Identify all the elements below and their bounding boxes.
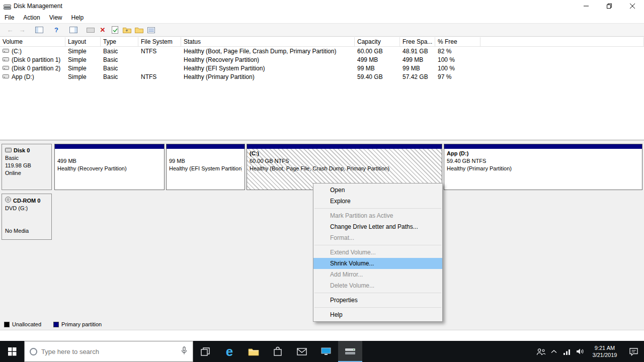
folder-icon[interactable] [133, 25, 145, 36]
volume-icon[interactable] [574, 341, 587, 362]
volume-type: Basic [101, 65, 138, 72]
volume-status: Healthy (Primary Partition) [181, 73, 355, 80]
back-icon[interactable]: ← [4, 25, 16, 36]
column-header-type[interactable]: Type [101, 37, 138, 46]
volume-layout: Simple [65, 56, 101, 63]
task-view-icon[interactable] [193, 341, 217, 362]
primary-partition-swatch [53, 322, 59, 327]
computer-icon[interactable] [314, 341, 338, 362]
clock-date: 3/21/2019 [587, 351, 623, 358]
window-title: Disk Management [14, 3, 62, 10]
partition-d[interactable]: App (D:) 59.40 GB NTFS Healthy (Primary … [444, 144, 642, 190]
titlebar[interactable]: Disk Management [0, 0, 644, 12]
disk-icon [5, 147, 12, 154]
volume-list-header: Volume Layout Type File System Status Ca… [0, 37, 644, 47]
menu-help[interactable]: Help [67, 13, 89, 23]
table-row[interactable]: (Disk 0 partition 2) Simple Basic Health… [0, 64, 644, 72]
action-center-icon[interactable] [623, 341, 644, 362]
start-button[interactable] [0, 341, 24, 362]
partition-size: 60.00 GB NTFS [250, 157, 439, 165]
delete-volume-icon[interactable]: ✕ [97, 25, 109, 36]
volume-list: Volume Layout Type File System Status Ca… [0, 37, 644, 140]
menu-view[interactable]: View [45, 13, 67, 23]
forward-icon[interactable]: → [16, 25, 28, 36]
column-header-free-space[interactable]: Free Spa... [400, 37, 435, 46]
cdrom-kind: DVD (G:) [5, 205, 48, 212]
table-row[interactable]: (C:) Simple Basic NTFS Healthy (Boot, Pa… [0, 47, 644, 55]
volume-fs: NTFS [138, 73, 181, 80]
edge-icon[interactable]: e [217, 341, 242, 362]
volume-pct-free: 97 % [435, 73, 480, 80]
partition-name: (C:) [250, 150, 439, 157]
network-icon[interactable] [560, 341, 574, 362]
cdrom-info-panel[interactable]: CD-ROM 0 DVD (G:) No Media [2, 194, 52, 240]
menu-item-change-drive-letter[interactable]: Change Drive Letter and Paths... [313, 221, 442, 232]
column-header-layout[interactable]: Layout [65, 37, 101, 46]
check-document-icon[interactable] [109, 25, 121, 36]
show-action-pane-icon[interactable] [67, 25, 79, 36]
menu-separator [314, 245, 441, 245]
menu-separator [314, 208, 441, 209]
menu-action[interactable]: Action [19, 13, 44, 23]
partition-name: App (D:) [447, 150, 639, 157]
partition-color-band [55, 144, 164, 149]
menu-item-explore[interactable]: Explore [313, 196, 442, 207]
volume-name: App (D:) [12, 73, 34, 80]
list-view-icon[interactable] [145, 25, 157, 36]
column-header-status[interactable]: Status [181, 37, 355, 46]
volume-pct-free: 82 % [435, 48, 480, 55]
minimize-button[interactable] [575, 0, 598, 12]
legend-label: Unallocated [12, 321, 41, 327]
help-icon[interactable]: ? [50, 25, 62, 36]
disk0-info-panel[interactable]: Disk 0 Basic 119.98 GB Online [2, 144, 52, 190]
search-input[interactable] [41, 348, 177, 355]
partition-status: Healthy (EFI System Partition) [169, 165, 242, 172]
menu-item-shrink-volume[interactable]: Shrink Volume... [313, 258, 442, 269]
volume-pct-free: 100 % [435, 56, 480, 63]
partition-efi[interactable]: 99 MB Healthy (EFI System Partition) [166, 144, 245, 190]
taskbar-clock[interactable]: 9:21 AM 3/21/2019 [587, 344, 623, 358]
show-console-tree-icon[interactable] [33, 25, 45, 36]
column-header-file-system[interactable]: File System [138, 37, 181, 46]
system-tray: 9:21 AM 3/21/2019 [534, 341, 644, 362]
file-explorer-icon[interactable] [242, 341, 266, 362]
volume-capacity: 499 MB [355, 56, 400, 63]
column-header-volume[interactable]: Volume [0, 37, 65, 46]
table-row[interactable]: (Disk 0 partition 1) Simple Basic Health… [0, 55, 644, 64]
column-header-pct-free[interactable]: % Free [435, 37, 480, 46]
menu-separator [314, 307, 441, 308]
volume-icon [3, 65, 9, 72]
menu-item-delete-volume: Delete Volume... [313, 280, 442, 291]
disk0-state: Online [5, 169, 48, 177]
legend-primary-partition: Primary partition [53, 321, 102, 327]
screen-icon[interactable] [85, 25, 97, 36]
menu-item-add-mirror: Add Mirror... [313, 269, 442, 280]
hidden-icons-chevron[interactable] [547, 341, 560, 362]
up-folder-icon[interactable] [121, 25, 133, 36]
volume-capacity: 59.40 GB [355, 73, 400, 80]
column-header-capacity[interactable]: Capacity [355, 37, 400, 46]
partition-color-band [167, 144, 245, 149]
partition-color-band [247, 144, 442, 149]
taskbar-search[interactable] [24, 341, 193, 362]
table-row[interactable]: App (D:) Simple Basic NTFS Healthy (Prim… [0, 72, 644, 81]
volume-layout: Simple [65, 73, 101, 80]
menu-item-properties[interactable]: Properties [313, 295, 442, 306]
menu-item-open[interactable]: Open [313, 185, 442, 196]
disk-management-taskbar-icon[interactable] [338, 341, 362, 362]
microphone-icon[interactable] [181, 346, 188, 356]
partition-status: Healthy (Primary Partition) [447, 165, 639, 172]
menu-file[interactable]: File [0, 13, 19, 23]
volume-layout: Simple [65, 48, 101, 55]
close-button[interactable] [621, 0, 644, 12]
toolbar: ← → ? ✕ [0, 23, 644, 37]
menu-item-help[interactable]: Help [313, 309, 442, 320]
partition-status: Healthy (Boot, Page File, Crash Dump, Pr… [250, 165, 439, 172]
partition-status: Healthy (Recovery Partition) [57, 165, 162, 172]
partition-recovery[interactable]: 499 MB Healthy (Recovery Partition) [54, 144, 165, 190]
volume-status: Healthy (Recovery Partition) [181, 56, 355, 63]
mail-icon[interactable] [290, 341, 314, 362]
store-icon[interactable] [266, 341, 290, 362]
people-icon[interactable] [534, 341, 547, 362]
restore-button[interactable] [598, 0, 621, 12]
